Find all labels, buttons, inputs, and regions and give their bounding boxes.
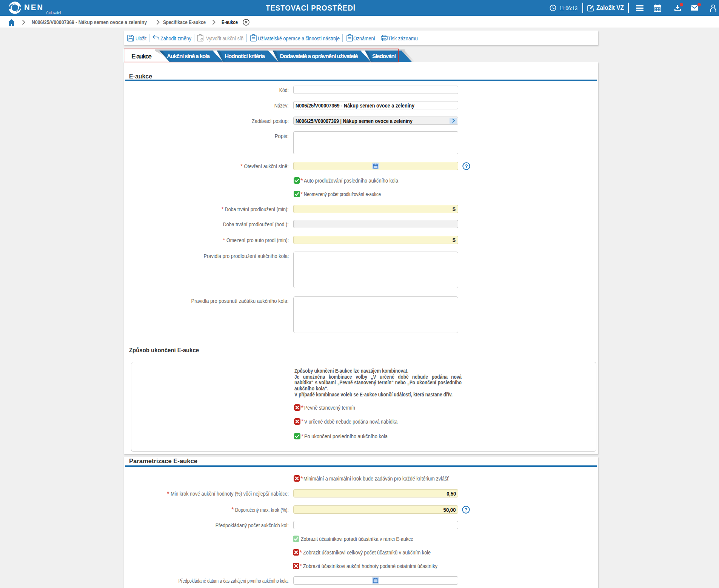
svg-text:Aukční síně a kola: Aukční síně a kola [167,53,210,59]
svg-text:?: ? [464,507,467,513]
svg-text:Hodnotící kritéria: Hodnotící kritéria [225,53,265,59]
svg-text:E-aukce: E-aukce [131,53,152,60]
svg-text:Dodavatelé a oprávnění uživate: Dodavatelé a oprávnění uživatelé [280,53,358,59]
svg-text:?: ? [465,163,468,169]
svg-text:Sledování: Sledování [372,53,396,59]
